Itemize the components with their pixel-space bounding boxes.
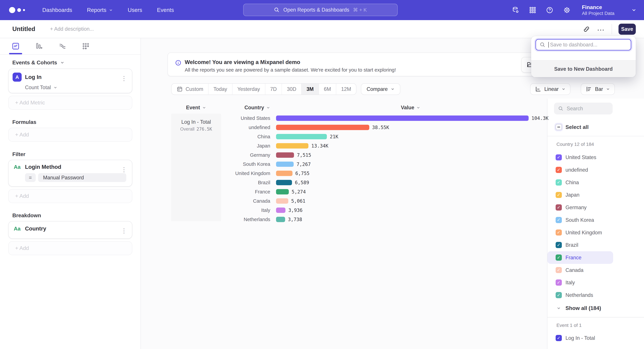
range-yesterday[interactable]: Yesterday <box>232 84 265 94</box>
add-description[interactable]: + Add description... <box>50 26 94 32</box>
scale-dropdown[interactable]: Linear <box>530 83 570 95</box>
segment-search-input[interactable]: Search <box>554 103 613 114</box>
add-metric-button[interactable]: + Add Metric <box>8 96 132 110</box>
range-custom[interactable]: Custom <box>172 84 208 94</box>
bar-segment[interactable] <box>276 152 294 158</box>
more-options-button[interactable]: … <box>597 26 605 32</box>
mixpanel-logo[interactable] <box>9 7 25 13</box>
segment-china[interactable]: ✓China <box>548 176 613 189</box>
add-formula-button[interactable]: + Add <box>8 128 132 142</box>
breakdown-kebab-menu[interactable]: ⋮ <box>121 227 127 234</box>
tab-insights[interactable] <box>12 38 20 54</box>
checkbox-china[interactable]: ✓ <box>556 179 562 186</box>
bar-segment[interactable] <box>276 208 286 213</box>
nav-item-users[interactable]: Users <box>128 7 142 13</box>
segment-south-korea[interactable]: ✓South Korea <box>548 214 613 226</box>
report-title[interactable]: Untitled <box>12 25 35 32</box>
save-to-new-dashboard-button[interactable]: Save to New Dashboard <box>531 60 636 77</box>
help-icon[interactable] <box>546 6 554 14</box>
event-segment-log-in-total[interactable]: ✓Log In - Total <box>548 332 613 344</box>
tab-funnels[interactable] <box>35 38 43 54</box>
range-today[interactable]: Today <box>208 84 232 94</box>
segment-united-kingdom[interactable]: ✓United Kingdom <box>548 226 613 239</box>
segment-united-states[interactable]: ✓United States <box>548 151 613 164</box>
nav-item-dashboards[interactable]: Dashboards <box>42 7 72 13</box>
segment-label: Germany <box>566 205 587 210</box>
bar-segment[interactable] <box>276 134 327 139</box>
events-cohorts-header[interactable]: Events & Cohorts <box>12 59 132 66</box>
checkbox-log-in-total[interactable]: ✓ <box>556 335 562 341</box>
project-scope: All Project Data <box>582 11 614 16</box>
checkbox-germany[interactable]: ✓ <box>556 204 562 211</box>
save-dashboard-search-input[interactable]: Save to dashboard... <box>536 39 631 51</box>
data-management-icon[interactable] <box>512 6 520 14</box>
formulas-header: Formulas <box>12 119 132 125</box>
filter-card[interactable]: Aa Login Method ⋮ = Manual Password <box>8 160 132 187</box>
segment-netherlands[interactable]: ✓Netherlands <box>548 289 613 301</box>
metric-card[interactable]: A Log In ⋮ Count Total <box>8 68 132 93</box>
project-chevron-icon[interactable] <box>631 7 636 13</box>
checkbox-italy[interactable]: ✓ <box>556 280 562 286</box>
segment-germany[interactable]: ✓Germany <box>548 201 613 214</box>
metric-kebab-menu[interactable]: ⋮ <box>121 75 127 82</box>
calendar-icon <box>176 86 183 92</box>
checkbox-canada[interactable]: ✓ <box>556 267 562 273</box>
bar-segment[interactable] <box>276 180 292 185</box>
copy-link-icon[interactable] <box>583 25 590 33</box>
apps-grid-icon[interactable] <box>529 6 536 14</box>
metric-aggregation-dropdown[interactable]: Count Total <box>25 84 127 90</box>
breakdown-property-name[interactable]: Country <box>25 225 46 232</box>
show-all-toggle[interactable]: Show all (184) <box>548 305 644 311</box>
breakdown-card[interactable]: Aa Country ⋮ <box>8 221 132 239</box>
metric-event-name[interactable]: Log In <box>25 74 42 80</box>
add-filter-button[interactable]: + Add <box>8 189 132 203</box>
checkbox-brazil[interactable]: ✓ <box>556 242 562 248</box>
checkbox-united-states[interactable]: ✓ <box>556 154 562 161</box>
compare-button[interactable]: Compare <box>361 83 400 95</box>
save-button[interactable]: Save <box>618 24 636 35</box>
filter-property-name[interactable]: Login Method <box>25 164 62 170</box>
range-30d[interactable]: 30D <box>282 84 301 94</box>
segment-japan[interactable]: ✓Japan <box>548 189 613 201</box>
global-search[interactable]: Open Reports & Dashboards ⌘ + K <box>243 4 398 16</box>
bar-segment[interactable] <box>276 143 308 148</box>
filter-operator[interactable]: = <box>25 173 36 182</box>
nav-item-reports[interactable]: Reports <box>87 7 113 13</box>
segment-undefined[interactable]: ✓undefined <box>548 164 613 176</box>
select-all-checkbox[interactable] <box>556 124 562 130</box>
checkbox-united-kingdom[interactable]: ✓ <box>556 230 562 236</box>
bar-segment[interactable] <box>276 115 528 121</box>
filter-kebab-menu[interactable]: ⋮ <box>121 166 127 173</box>
checkbox-japan[interactable]: ✓ <box>556 192 562 198</box>
checkbox-netherlands[interactable]: ✓ <box>556 292 562 298</box>
segment-brazil[interactable]: ✓Brazil <box>548 239 613 251</box>
column-header-value[interactable]: Value <box>401 105 420 110</box>
project-selector[interactable]: Finance All Project Data <box>582 4 614 16</box>
segment-italy[interactable]: ✓Italy <box>548 276 613 289</box>
range-12m[interactable]: 12M <box>336 84 356 94</box>
settings-gear-icon[interactable] <box>563 6 571 14</box>
tab-flows[interactable] <box>58 38 66 54</box>
segment-canada[interactable]: ✓Canada <box>548 264 613 276</box>
bar-segment[interactable] <box>276 162 294 167</box>
segment-france[interactable]: ✓France <box>548 251 613 264</box>
bar-segment[interactable] <box>276 125 369 130</box>
column-header-event[interactable]: Event <box>171 105 221 110</box>
add-breakdown-button[interactable]: + Add <box>8 241 132 255</box>
checkbox-undefined[interactable]: ✓ <box>556 167 562 173</box>
chart-type-dropdown[interactable]: Bar <box>581 83 615 95</box>
range-7d[interactable]: 7D <box>265 84 282 94</box>
nav-item-events[interactable]: Events <box>157 7 174 13</box>
bar-segment[interactable] <box>276 171 292 176</box>
checkbox-france[interactable]: ✓ <box>556 255 562 261</box>
tab-retention[interactable] <box>82 38 90 54</box>
checkbox-south-korea[interactable]: ✓ <box>556 217 562 223</box>
range-3m[interactable]: 3M <box>301 84 318 94</box>
bar-segment[interactable] <box>276 198 288 204</box>
select-all-row[interactable]: Select all <box>548 124 644 130</box>
range-6m[interactable]: 6M <box>319 84 336 94</box>
bar-segment[interactable] <box>276 189 289 194</box>
filter-value[interactable]: Manual Password <box>38 173 126 182</box>
column-header-country[interactable]: Country <box>215 105 270 110</box>
bar-segment[interactable] <box>276 217 285 222</box>
